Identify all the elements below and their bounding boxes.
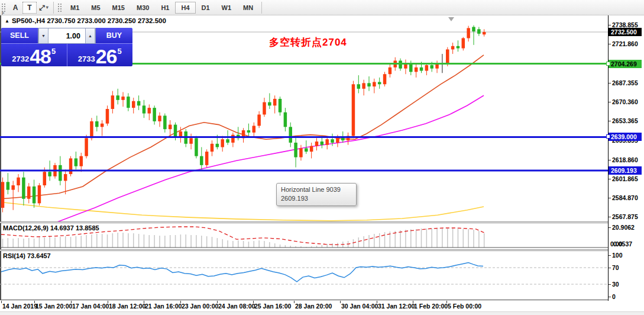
- timeframe-button-h1[interactable]: H1: [155, 2, 175, 14]
- sell-price-big: 48: [30, 48, 51, 65]
- toolbar: F A T ⤢ ▾ M1M5M15M30H1H4D1W1MN: [0, 0, 644, 15]
- candle: [247, 124, 251, 136]
- toolbar-grip-2[interactable]: [57, 3, 63, 12]
- time-axis-tick: [294, 301, 295, 303]
- rsi-axis-tick: [609, 297, 611, 297]
- rsi-value: 73.6457: [27, 252, 51, 259]
- candle: [195, 136, 198, 159]
- time-axis-tick: [253, 301, 254, 303]
- rsi-axis-tick: [609, 255, 611, 256]
- candle: [263, 98, 266, 117]
- macd-signal-value: 13.8585: [76, 224, 99, 232]
- price-axis[interactable]: 2738.8552721.8602687.3552670.3602653.365…: [609, 15, 644, 301]
- hline-handle[interactable]: [606, 62, 610, 66]
- candle: [404, 60, 407, 75]
- timeframe-button-w1[interactable]: W1: [216, 2, 238, 14]
- buy-button[interactable]: BUY: [96, 28, 132, 44]
- object-tooltip: Horizontal Line 9039 2609.193: [276, 183, 357, 206]
- rsi-axis-label: 70: [612, 264, 619, 272]
- ma-fast-line: [1, 55, 484, 199]
- candle: [294, 136, 297, 168]
- candle: [75, 152, 77, 169]
- candle: [127, 93, 130, 111]
- time-axis-tick: [377, 301, 377, 303]
- time-axis-label: 30 Jan 04:00: [341, 303, 378, 310]
- sell-button[interactable]: SELL: [1, 28, 38, 44]
- candle: [457, 40, 460, 52]
- hline-handle[interactable]: [606, 134, 610, 139]
- price-marker-2704.269: 2704.269: [609, 60, 642, 68]
- arrow-text-tool-button[interactable]: A: [8, 2, 22, 14]
- time-axis-label: 15 Jan 20:00: [35, 303, 72, 310]
- rsi-axis-label: 30: [612, 281, 619, 288]
- candle: [325, 137, 329, 149]
- toolbar-grip[interactable]: F: [1, 3, 7, 12]
- candle: [257, 111, 261, 128]
- candle: [163, 114, 167, 133]
- price-marker-2732.500: 2732.500: [609, 28, 642, 36]
- time-axis-label: 17 Jan 04:00: [72, 303, 109, 310]
- buy-price-sup: 5: [118, 47, 122, 56]
- candle: [299, 145, 303, 161]
- timeframe-button-m5[interactable]: M5: [85, 2, 106, 14]
- candle: [69, 156, 73, 176]
- rsi-axis-tick: [609, 284, 611, 285]
- candle: [268, 93, 271, 109]
- candle: [11, 181, 15, 210]
- price-axis-label: 2618.860: [612, 156, 638, 164]
- toolbar-grip-label: F: [2, 11, 4, 15]
- candle: [231, 133, 235, 147]
- rsi-pane[interactable]: [0, 251, 608, 300]
- ma-slow-line: [1, 202, 484, 221]
- volume-stepper: ▼ ▲: [38, 28, 96, 44]
- text-annotation[interactable]: 多空转折点2704: [269, 36, 347, 49]
- candle: [143, 100, 146, 118]
- price-marker-2639.000: 2639.000: [609, 133, 642, 141]
- price-axis-tick: [609, 25, 611, 25]
- timeframe-button-m1[interactable]: M1: [64, 2, 85, 14]
- price-axis-tick: [609, 121, 611, 121]
- timeframe-button-mn[interactable]: MN: [237, 2, 259, 14]
- timeframe-button-h4[interactable]: H4: [175, 2, 195, 14]
- candle: [362, 80, 365, 96]
- candle: [383, 72, 387, 86]
- candle: [451, 43, 455, 54]
- candle: [279, 97, 282, 115]
- timeframe-button-d1[interactable]: D1: [196, 2, 216, 14]
- candle: [1, 178, 5, 213]
- sell-price-sup: 5: [51, 47, 56, 56]
- candle: [132, 98, 135, 114]
- cursor-tool-button[interactable]: ⤢ ▾: [37, 2, 51, 14]
- candle: [273, 95, 277, 113]
- time-axis-label: 5 Feb 00:00: [448, 303, 481, 310]
- text-tool-button[interactable]: T: [22, 2, 37, 14]
- macd-axis-top: 20.9062: [612, 224, 635, 232]
- volume-input[interactable]: [48, 28, 85, 43]
- candle: [185, 129, 188, 147]
- volume-decrease-button[interactable]: ▼: [38, 28, 48, 43]
- rsi-axis-tick: [609, 268, 611, 268]
- buy-price-tile[interactable]: 2733 26 5: [67, 44, 133, 66]
- rsi-axis-label: 100: [612, 252, 623, 259]
- sell-price-tile[interactable]: 2732 48 5: [1, 44, 67, 66]
- volume-increase-button[interactable]: ▲: [85, 28, 95, 43]
- time-axis-label: 14 Jan 2019: [2, 303, 37, 310]
- timeframe-button-m15[interactable]: M15: [106, 2, 131, 14]
- macd-axis-tick: [609, 227, 611, 228]
- price-axis-label: 2721.860: [612, 40, 638, 48]
- timeframe-button-m30[interactable]: M30: [131, 2, 155, 14]
- candle: [121, 92, 125, 107]
- macd-main-value: 14.6937: [50, 224, 74, 232]
- time-axis-label: 24 Jan 08:00: [218, 303, 255, 310]
- candle: [284, 108, 287, 131]
- candle: [477, 27, 481, 36]
- price-axis-tick: [609, 102, 611, 102]
- candle: [27, 183, 31, 203]
- time-axis-label: 21 Jan 16:00: [145, 303, 182, 310]
- candle: [462, 37, 465, 51]
- time-axis[interactable]: 14 Jan 201915 Jan 20:0017 Jan 04:0018 Ja…: [0, 301, 644, 311]
- candle: [101, 120, 104, 136]
- candle: [106, 105, 109, 126]
- rsi-header: RSI(14) 73.6457: [3, 252, 51, 259]
- time-axis-label: 31 Jan 12:00: [378, 303, 415, 310]
